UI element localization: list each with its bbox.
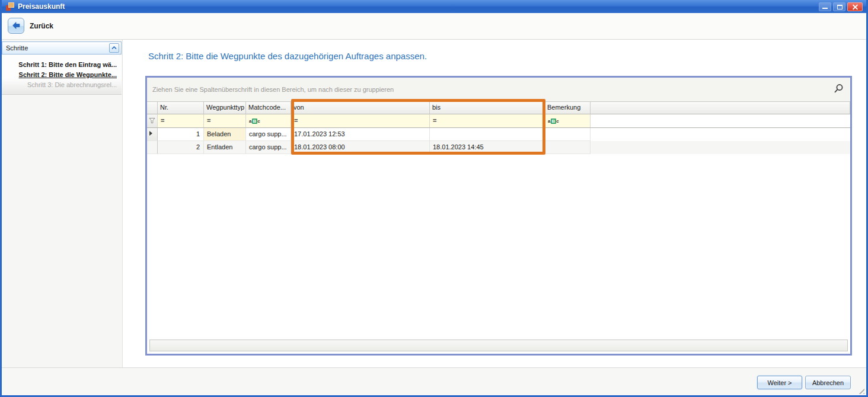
column-header-matchcode[interactable]: Matchcode...: [246, 102, 291, 114]
minimize-icon: [822, 8, 828, 9]
maximize-icon: [837, 5, 843, 9]
back-button-label: Zurück: [30, 22, 53, 30]
cell-von[interactable]: 18.01.2023 08:00: [291, 141, 430, 154]
filter-cell-filler: [591, 114, 850, 127]
filter-cell-matchcode[interactable]: aBc: [246, 114, 291, 127]
page-title: Schritt 2: Bitte die Wegpunkte des dazug…: [148, 51, 427, 61]
waypoints-grid: Ziehen Sie eine Spaltenüberschrift in di…: [145, 76, 852, 356]
back-arrow-icon: [8, 18, 24, 34]
next-button[interactable]: Weiter >: [757, 376, 802, 389]
grid-table: Nr. Wegpunkttyp Matchcode... von bis Bem…: [147, 102, 850, 154]
cell-von[interactable]: 17.01.2023 12:53: [291, 128, 430, 141]
row-indicator-cell: [147, 141, 158, 154]
cell-nr[interactable]: 1: [158, 128, 204, 141]
table-row[interactable]: 1 Beladen cargo supp... 17.01.2023 12:53: [147, 128, 850, 141]
chevron-up-icon: [111, 46, 117, 50]
cell-bemerkung[interactable]: [545, 141, 591, 154]
window-controls: [819, 2, 863, 11]
back-button[interactable]: Zurück: [8, 18, 53, 34]
search-icon[interactable]: [833, 84, 844, 97]
collapse-button[interactable]: [109, 43, 119, 53]
group-panel-hint: Ziehen Sie eine Spaltenüberschrift in di…: [152, 86, 394, 93]
toolbar-divider: [2, 39, 866, 40]
filter-cell-wegpunkttyp[interactable]: =: [204, 114, 246, 127]
abc-filter-icon: aBc: [548, 119, 559, 124]
window-title: Preisauskunft: [18, 2, 65, 11]
cell-matchcode[interactable]: cargo supp...: [246, 141, 291, 154]
column-header-bis[interactable]: bis: [430, 102, 545, 114]
titlebar: Preisauskunft: [2, 0, 866, 13]
cell-bemerkung[interactable]: [545, 128, 591, 141]
steps-sidebar: Schritte Schritt 1: Bitte den Eintrag wä…: [2, 40, 123, 367]
header-indicator-cell: [147, 102, 158, 114]
cell-nr[interactable]: 2: [158, 141, 204, 154]
filter-cell-bis[interactable]: =: [430, 114, 545, 127]
preisauskunft-window: Preisauskunft Zurück Schritte Sc: [0, 0, 868, 397]
toolbar: Zurück: [2, 13, 866, 39]
column-header-von[interactable]: von: [291, 102, 430, 114]
minimize-button[interactable]: [819, 2, 831, 11]
cell-matchcode[interactable]: cargo supp...: [246, 128, 291, 141]
column-header-nr[interactable]: Nr.: [158, 102, 204, 114]
grid-status-bar: [149, 340, 848, 351]
grid-group-panel[interactable]: Ziehen Sie eine Spaltenüberschrift in di…: [147, 78, 850, 102]
app-icon: [6, 2, 14, 11]
close-button[interactable]: [847, 2, 863, 11]
cell-bis[interactable]: 18.01.2023 14:45: [430, 141, 545, 154]
maximize-button[interactable]: [833, 2, 845, 11]
grid-header-row: Nr. Wegpunkttyp Matchcode... von bis Bem…: [147, 102, 850, 114]
abc-filter-icon: aBc: [249, 119, 260, 124]
footer: Weiter > Abbrechen: [2, 368, 866, 395]
row-indicator-icon: [149, 131, 152, 136]
steps-sidebar-header: Schritte: [2, 41, 122, 55]
filter-cell-nr[interactable]: =: [158, 114, 204, 127]
column-header-bemerkung[interactable]: Bemerkung: [545, 102, 591, 114]
resize-grip-icon[interactable]: [857, 386, 864, 394]
column-header-wegpunkttyp[interactable]: Wegpunkttyp: [204, 102, 246, 114]
cell-wegpunkttyp[interactable]: Entladen: [204, 141, 246, 154]
filter-cell-bemerkung[interactable]: aBc: [545, 114, 591, 127]
sidebar-item-step-3: Schritt 3: Die abrechnungsrel...: [2, 80, 117, 90]
table-row[interactable]: 2 Entladen cargo supp... 18.01.2023 08:0…: [147, 141, 850, 154]
filter-funnel-button[interactable]: [147, 114, 158, 127]
row-indicator-cell: [147, 128, 158, 141]
cancel-button[interactable]: Abbrechen: [805, 376, 851, 389]
cell-wegpunkttyp[interactable]: Beladen: [204, 128, 246, 141]
sidebar-item-step-2[interactable]: Schritt 2: Bitte die Wegpunkte...: [2, 70, 117, 80]
sidebar-item-step-1[interactable]: Schritt 1: Bitte den Eintrag wä...: [2, 60, 117, 70]
filter-funnel-icon: [149, 117, 155, 124]
filter-cell-von[interactable]: =: [291, 114, 430, 127]
cell-bis[interactable]: [430, 128, 545, 141]
column-header-filler: [591, 102, 850, 114]
grid-filter-row: = = aBc = = aBc: [147, 114, 850, 128]
steps-list: Schritt 1: Bitte den Eintrag wä... Schri…: [2, 55, 122, 95]
steps-sidebar-title: Schritte: [6, 44, 28, 52]
